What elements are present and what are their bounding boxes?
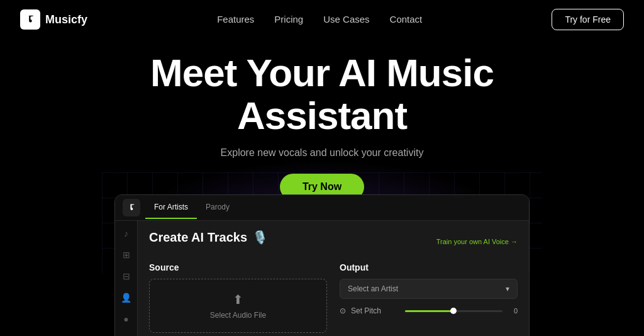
select-artist-dropdown[interactable]: Select an Artist ▾ <box>340 279 518 299</box>
dropdown-chevron-icon: ▾ <box>506 284 509 293</box>
nav-features[interactable]: Features <box>217 14 254 25</box>
pitch-slider[interactable] <box>405 310 502 312</box>
sidebar-grid-icon[interactable]: ⊞ <box>120 249 133 261</box>
nav-contact[interactable]: Contact <box>390 14 423 25</box>
nav-pricing[interactable]: Pricing <box>274 14 303 25</box>
sidebar-music-icon[interactable]: ♪ <box>120 227 133 240</box>
train-ai-voice-link[interactable]: Train your own AI Voice → <box>436 238 518 245</box>
app-tabs-bar: For Artists Parody <box>115 195 529 221</box>
logo: Musicfy <box>20 9 87 30</box>
set-pitch-row: ⊙ Set Pitch 0 <box>340 304 518 318</box>
sidebar-user-icon[interactable]: 👤 <box>120 291 133 304</box>
set-pitch-label: Set Pitch <box>351 306 400 315</box>
app-body: ♪ ⊞ ⊟ 👤 ● Create AI Tracks 🎙️ Train your… <box>115 221 529 336</box>
source-label: Source <box>149 262 327 272</box>
nav-use-cases[interactable]: Use Cases <box>323 14 369 25</box>
logo-text: Musicfy <box>45 13 87 26</box>
hero-subtext: Explore new vocals and unlock your creat… <box>25 147 619 159</box>
app-sidebar: ♪ ⊞ ⊟ 👤 ● <box>115 221 138 336</box>
upload-text: Select Audio File <box>210 311 266 320</box>
pitch-thumb <box>450 308 457 314</box>
logo-icon <box>20 9 40 30</box>
output-column: Output Select an Artist ▾ ⊙ Set Pitch <box>340 262 518 333</box>
tab-parody[interactable]: Parody <box>197 196 238 219</box>
pitch-icon: ⊙ <box>340 306 346 315</box>
navigation: Musicfy Features Pricing Use Cases Conta… <box>0 0 644 39</box>
pitch-value: 0 <box>508 307 518 315</box>
app-logo-small <box>123 199 140 216</box>
source-column: Source ⬆ Select Audio File <box>149 262 327 333</box>
upload-area[interactable]: ⬆ Select Audio File <box>149 279 327 333</box>
app-main-content: Create AI Tracks 🎙️ Train your own AI Vo… <box>138 221 529 336</box>
try-for-free-button[interactable]: Try for Free <box>552 9 624 30</box>
create-tracks-title: Create AI Tracks 🎙️ <box>149 230 268 245</box>
source-output-columns: Source ⬆ Select Audio File Output Select… <box>149 262 518 333</box>
output-label: Output <box>340 262 518 272</box>
upload-icon: ⬆ <box>233 292 243 307</box>
app-preview: For Artists Parody ♪ ⊞ ⊟ 👤 ● Create AI T… <box>114 194 530 336</box>
select-artist-placeholder: Select an Artist <box>348 284 398 293</box>
pitch-slider-container <box>405 310 502 312</box>
sidebar-minus-icon[interactable]: ⊟ <box>120 270 133 283</box>
nav-links: Features Pricing Use Cases Contact <box>217 14 422 25</box>
tab-for-artists[interactable]: For Artists <box>145 196 197 219</box>
sidebar-dot-icon[interactable]: ● <box>120 313 133 325</box>
mic-emoji: 🎙️ <box>252 230 268 245</box>
hero-heading: Meet Your AI Music Assistant <box>25 52 619 137</box>
